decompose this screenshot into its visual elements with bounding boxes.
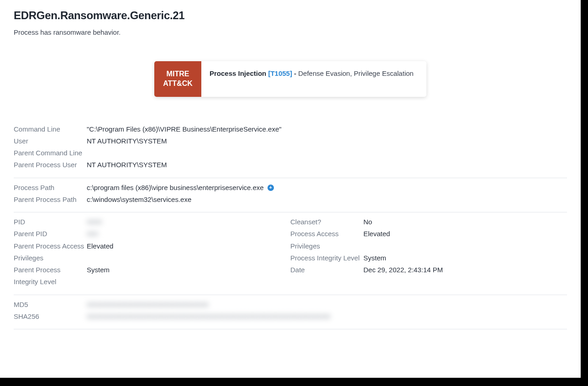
integrity-value: System bbox=[363, 252, 386, 264]
mitre-line2: ATT&CK bbox=[163, 79, 193, 89]
parent-integrity-value: System bbox=[87, 264, 110, 276]
parent-process-user-value: NT AUTHORITY\SYSTEM bbox=[87, 159, 167, 171]
process-info-section: PID 0000 Parent PID 000 Parent Process A… bbox=[14, 212, 567, 295]
hashes-section: MD5 00000000000000000000000000000000 SHA… bbox=[14, 295, 567, 329]
technique-tactics: Defense Evasion, Privilege Escalation bbox=[298, 69, 414, 77]
parent-integrity-label: Parent Process Integrity Level bbox=[14, 264, 87, 288]
process-path-value: c:\program files (x86)\vipre business\en… bbox=[87, 182, 274, 194]
mitre-line1: MITRE bbox=[167, 69, 189, 79]
process-info-right: Cleanset? No Process Access Privileges E… bbox=[290, 216, 567, 288]
date-value: Dec 29, 2022, 2:43:14 PM bbox=[363, 264, 443, 276]
technique-name: Process Injection bbox=[210, 69, 266, 77]
cleanset-value: No bbox=[363, 216, 372, 228]
sha256-value: 0000000000000000000000000000000000000000… bbox=[87, 311, 331, 323]
technique-dash: - bbox=[294, 69, 298, 77]
parent-access-value: Elevated bbox=[87, 240, 113, 252]
parent-process-path-label: Parent Process Path bbox=[14, 194, 87, 206]
page-title: EDRGen.Ransomware.Generic.21 bbox=[14, 9, 567, 22]
cleanset-label: Cleanset? bbox=[290, 216, 363, 228]
technique-id-link[interactable]: [T1055] bbox=[268, 69, 292, 77]
process-path-label: Process Path bbox=[14, 182, 87, 194]
detail-page: EDRGen.Ransomware.Generic.21 Process has… bbox=[0, 0, 581, 378]
command-line-label: Command Line bbox=[14, 123, 87, 135]
mitre-attack-card: MITRE ATT&CK Process Injection [T1055] -… bbox=[154, 61, 426, 97]
integrity-label: Process Integrity Level bbox=[290, 252, 363, 264]
access-value: Elevated bbox=[363, 228, 390, 240]
parent-process-user-label: Parent Process User bbox=[14, 159, 87, 171]
divider bbox=[14, 329, 567, 329]
parent-pid-value: 000 bbox=[87, 228, 98, 240]
md5-value: 00000000000000000000000000000000 bbox=[87, 299, 209, 311]
date-label: Date bbox=[290, 264, 363, 276]
paths-section: Process Path c:\program files (x86)\vipr… bbox=[14, 178, 567, 212]
user-value: NT AUTHORITY\SYSTEM bbox=[87, 135, 167, 147]
access-label: Process Access Privileges bbox=[290, 228, 363, 252]
mitre-body: Process Injection [T1055] - Defense Evas… bbox=[201, 61, 426, 97]
page-subtitle: Process has ransomware behavior. bbox=[14, 28, 567, 36]
parent-process-path-value: c:\windows\system32\services.exe bbox=[87, 194, 191, 206]
pid-label: PID bbox=[14, 216, 87, 228]
pid-value: 0000 bbox=[87, 216, 102, 228]
user-label: User bbox=[14, 135, 87, 147]
md5-label: MD5 bbox=[14, 299, 87, 311]
add-icon[interactable]: + bbox=[268, 185, 274, 191]
process-path-text: c:\program files (x86)\vipre business\en… bbox=[87, 184, 264, 191]
process-info-left: PID 0000 Parent PID 000 Parent Process A… bbox=[14, 216, 290, 288]
parent-command-line-label: Parent Command Line bbox=[14, 147, 87, 159]
mitre-badge: MITRE ATT&CK bbox=[154, 61, 201, 97]
command-section: Command Line "C:\Program Files (x86)\VIP… bbox=[14, 120, 567, 178]
sha256-label: SHA256 bbox=[14, 311, 87, 323]
parent-access-label: Parent Process Access Privileges bbox=[14, 240, 87, 264]
parent-pid-label: Parent PID bbox=[14, 228, 87, 240]
command-line-value: "C:\Program Files (x86)\VIPRE Business\E… bbox=[87, 123, 282, 135]
